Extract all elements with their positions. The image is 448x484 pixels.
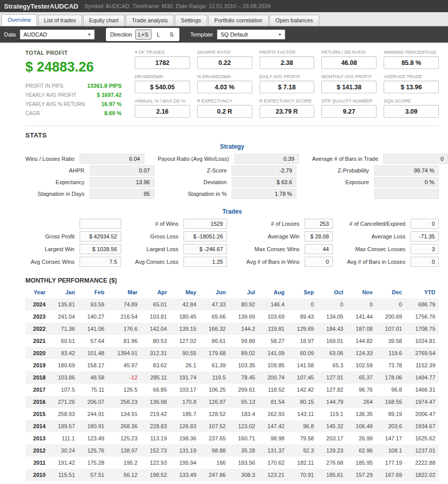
kpi-annual-max-dd: ANNUAL % / MAX DD %2.16 (135, 98, 190, 118)
kpi-str-quality-number: STR QUALITY NUMBER9.27 (321, 98, 377, 118)
kpi-profit-factor: PROFIT FACTOR2.38 (259, 50, 315, 69)
tab-overview[interactable]: Overview (2, 14, 37, 26)
monthly-cell: 127.82 (317, 384, 347, 396)
monthly-cell: 92.3 (288, 444, 317, 457)
tab-trade-analysis[interactable]: Trade analysis (126, 15, 174, 26)
monthly-cell: 83.62 (141, 359, 170, 371)
stat-item-stagnation-in-days: Stagnation in Days95 (25, 189, 155, 199)
template-select[interactable]: SQ Default ▼ (217, 29, 285, 40)
trade-item-gross-profit: Gross Profit$ 42934.52 (25, 231, 121, 241)
monthly-cell: 89.19 (376, 408, 405, 420)
tab-portfolio-correlation[interactable]: Portfolio correlation (208, 15, 269, 26)
trade-label: Avg # of Bars in Losses (343, 259, 410, 265)
kpi-drawdown: DRAWDOWN$ 540.05 (135, 74, 190, 93)
strategy-group-title: Strategy (25, 143, 439, 150)
monthly-cell: 0 (376, 298, 405, 310)
monthly-cell: 1466.31 (405, 384, 439, 396)
monthly-cell: 103.35 (229, 359, 258, 371)
direction-l-s-button[interactable]: L+S (135, 29, 152, 40)
monthly-cell: 127.91 (317, 371, 347, 384)
kpi-label: # OF TRADES (135, 50, 190, 55)
monthly-cell: 60.09 (288, 347, 317, 359)
kpi-winning-percentage: WINNING PERCENTAGE85.8 % (384, 50, 439, 69)
monthly-cell: 93.59 (79, 298, 108, 310)
monthly-col-aug: Aug (258, 286, 288, 298)
title-bar: StrategyTesterAUDCAD Symbol: AUDCAD, Tim… (0, 0, 448, 12)
monthly-cell: 170.8 (170, 396, 200, 408)
trades-group-title: Trades (25, 208, 439, 215)
data-select[interactable]: AUDCAD ▼ (20, 29, 95, 40)
monthly-performance-table: YearJanFebMarAprMayJunJulAugSepOctNovDec… (25, 286, 439, 481)
trade-value: $ 28.08 (305, 231, 333, 241)
data-label: Data (4, 31, 16, 38)
monthly-cell: 0 (288, 298, 317, 310)
direction-l-button[interactable]: L (153, 29, 165, 40)
monthly-cell: 96.76 (347, 384, 376, 396)
monthly-cell: 228.83 (141, 420, 170, 432)
trade-label: Largest Loss (131, 246, 183, 252)
profit-stat-row: YEARLY AVG PROFIT $ 1697.42 (25, 90, 122, 99)
kpi-label: PROFIT FACTOR (259, 50, 315, 55)
monthly-cell: 206.07 (79, 396, 108, 408)
table-row-2020: 202093.42101.481394.91312.3190.55179.688… (25, 347, 439, 359)
monthly-cell: 126.83 (170, 420, 200, 432)
monthly-cell: 107.45 (288, 371, 317, 384)
monthly-cell: 80.15 (288, 396, 317, 408)
monthly-cell: 167.69 (376, 469, 405, 481)
year-cell: 2015 (25, 408, 49, 420)
kpi-label: SHARPE RATIO (197, 50, 252, 55)
kpi-label: WINNING PERCENTAGE (384, 50, 439, 55)
tab-open-balances[interactable]: Open balances (270, 15, 319, 26)
stat-label: Stagnation in Days (25, 191, 90, 197)
monthly-cell: 143.11 (288, 408, 317, 420)
monthly-cell: 244.91 (79, 408, 108, 420)
monthly-cell: 1756.76 (405, 310, 439, 323)
stat-value: 0.07 (90, 165, 155, 176)
total-profit-label: TOTAL PROFIT (25, 50, 122, 56)
monthly-cell: 123.49 (79, 432, 108, 444)
profit-stat-label: CAGR (25, 111, 40, 116)
year-cell: 2016 (25, 396, 49, 408)
trade-item-average-loss: Average Loss-71.35 (343, 231, 439, 241)
kpi-of-trades: # OF TRADES1782 (135, 50, 190, 69)
tab-settings[interactable]: Settings (175, 15, 207, 26)
monthly-cell: 184.43 (317, 323, 347, 335)
stats-section-title: STATS (25, 131, 439, 139)
kpi-value: 2.38 (259, 56, 315, 69)
chevron-down-icon: ▼ (87, 32, 91, 37)
monthly-cell: 308.3 (229, 469, 258, 481)
trade-value: 253 (305, 219, 333, 229)
monthly-cell: 258.93 (49, 408, 79, 420)
monthly-cell: 203.17 (317, 432, 347, 444)
monthly-cell: 147.42 (258, 420, 288, 432)
monthly-col-feb: Feb (79, 286, 108, 298)
monthly-cell: 147.17 (376, 432, 405, 444)
monthly-cell: 119.81 (258, 323, 288, 335)
monthly-cell: 276.68 (317, 457, 347, 469)
year-cell: 2019 (25, 359, 49, 371)
stat-item-ahpr: AHPR0.07 (25, 165, 155, 176)
app-title: StrategyTesterAUDCAD (4, 3, 78, 10)
monthly-col-oct: Oct (317, 286, 347, 298)
trade-item-of-wins: # of Wins1529 (131, 219, 227, 229)
stat-item-z-score: Z-Score-2.79 (168, 165, 297, 176)
tab-list-of-trades[interactable]: List of trades (38, 15, 82, 26)
monthly-cell: 35.28 (229, 444, 258, 457)
stat-item-average-of-bars-in-trade: Average # of Bars in Trade0 (312, 154, 448, 164)
monthly-cell: 176.6 (108, 323, 141, 335)
stat-label: Average # of Bars in Trade (312, 156, 384, 162)
table-row-2022: 202271.36141.06176.6142.04139.15166.3214… (25, 323, 439, 335)
monthly-cell: 65.66 (200, 310, 229, 323)
table-row-2011: 2011191.42175.28195.2122.93195.94166183.… (25, 457, 439, 469)
table-row-2012: 201230.24125.76138.97152.73131.1998.8835… (25, 444, 439, 457)
monthly-cell: 129.69 (288, 323, 317, 335)
direction-s-button[interactable]: S (166, 29, 178, 40)
monthly-cell: 1494.77 (405, 371, 439, 384)
trades-row: # of Wins1529# of Losses253# of Cancelle… (25, 219, 439, 229)
monthly-cell: 119.6 (376, 347, 405, 359)
trade-item-largest-win: Largest Win$ 1028.56 (25, 244, 121, 254)
kpi-daily-avg-profit: DAILY AVG PROFIT$ 7.18 (259, 74, 315, 93)
stat-item-payout-ratio-avg-win-loss: Payout Ratio (Avg Win/Loss)0.39 (158, 154, 298, 164)
tab-equity-chart[interactable]: Equity chart (83, 15, 125, 26)
kpi-value: $ 13.96 (384, 81, 439, 93)
